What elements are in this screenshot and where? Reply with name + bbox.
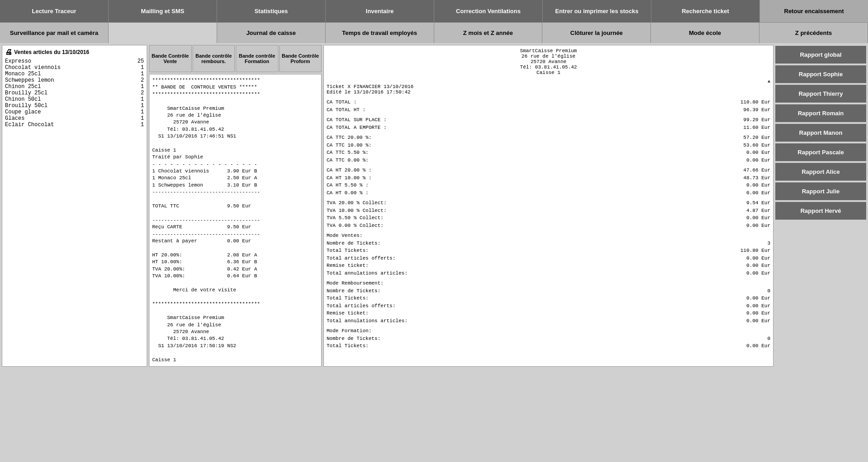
z-line-label: Mode Remboursement: bbox=[327, 280, 734, 287]
second-nav-item-4[interactable]: Z mois et Z année bbox=[434, 23, 543, 43]
item-name: Schweppes lemon bbox=[5, 77, 130, 84]
z-line-label: CA TTC 5.50 %: bbox=[327, 149, 734, 157]
receipt-area[interactable]: ************************************** B… bbox=[149, 74, 322, 367]
z-line-value: 57.20 Eur bbox=[734, 134, 770, 142]
z-ticket-line: CA HT 20.00 % :47.66 Eur bbox=[327, 167, 770, 174]
bande-btn-0[interactable]: Bande Contrôle Vente bbox=[149, 45, 192, 72]
z-line-label: Total annulations articles: bbox=[327, 270, 734, 277]
rapport-pascale-button[interactable]: Rapport Pascale bbox=[775, 143, 866, 161]
z-line-label: Total Tickets: bbox=[327, 295, 734, 302]
z-line-label: CA TOTAL SUR PLACE : bbox=[327, 116, 734, 124]
receipt-line: Reçu CARTE 9.50 Eur bbox=[152, 224, 318, 231]
z-header-line: 26 rue de l'église bbox=[327, 54, 770, 59]
bande-btn-2[interactable]: Bande contrôle Formation bbox=[236, 45, 278, 72]
receipt-line bbox=[152, 98, 318, 105]
receipt-line: HT 10.00%: 6.36 Eur B bbox=[152, 259, 318, 265]
z-ticket-panel[interactable]: SmartCaisse Premium26 rue de l'église257… bbox=[323, 45, 774, 367]
item-name: Brouilly 25cl bbox=[5, 90, 130, 96]
z-line-value: 0.00 Eur bbox=[734, 189, 770, 197]
z-line-label: CA HT 10.00 % : bbox=[327, 174, 734, 182]
top-nav-item-2[interactable]: Statistiques bbox=[217, 0, 326, 23]
rapport-global-button[interactable]: Rapport global bbox=[775, 46, 866, 64]
z-line-label: Total Tickets: bbox=[327, 247, 734, 255]
receipt-line: Tél: 03.81.41.05.42 bbox=[152, 126, 318, 133]
z-line-label: CA TOTAL : bbox=[327, 98, 734, 106]
item-name: Monaco 25cl bbox=[5, 71, 130, 77]
z-line-value bbox=[734, 280, 770, 287]
z-line-label: Nombre de Tickets: bbox=[327, 240, 734, 247]
z-line-value: 0 bbox=[734, 287, 770, 295]
rapport-julie-button[interactable]: Rapport Julie bbox=[775, 182, 866, 200]
second-nav-item-0[interactable]: Surveillance par mail et caméra bbox=[0, 23, 109, 43]
z-line-label: Total Tickets: bbox=[327, 342, 734, 350]
item-name: Chinon 50cl bbox=[5, 96, 130, 103]
sales-item: Schweppes lemon2 bbox=[5, 77, 144, 84]
top-nav-item-6[interactable]: Recherche ticket bbox=[651, 0, 760, 23]
second-nav-item-2[interactable]: Journal de caisse bbox=[217, 23, 326, 43]
item-qty: 25 bbox=[130, 58, 144, 64]
second-nav-item-3[interactable]: Temps de travail employés bbox=[326, 23, 434, 43]
second-nav-item-6[interactable]: Mode école bbox=[651, 23, 759, 43]
rapport-herve-button[interactable]: Rapport Hervé bbox=[775, 202, 866, 220]
receipt-line: TOTAL TTC 9.50 Eur bbox=[152, 203, 318, 210]
item-qty: 1 bbox=[130, 122, 144, 128]
z-line-value: 47.66 Eur bbox=[734, 167, 770, 174]
z-line-label: TVA 10.00 % Collect: bbox=[327, 207, 734, 215]
z-ticket-line: CA TTC 5.50 %:0.00 Eur bbox=[327, 149, 770, 157]
receipt-line: SmartCaisse Premium bbox=[152, 315, 318, 321]
z-ticket-line: CA TTC 0.00 %:0.00 Eur bbox=[327, 157, 770, 164]
z-line-value: 0.00 Eur bbox=[734, 310, 770, 317]
item-qty: 1 bbox=[130, 109, 144, 115]
top-nav-item-3[interactable]: Inventaire bbox=[326, 0, 434, 23]
second-nav-item-5[interactable]: Clôturer la journée bbox=[542, 23, 651, 43]
z-line-label: CA TOTAL HT : bbox=[327, 106, 734, 114]
rapport-thierry-button[interactable]: Rapport Thierry bbox=[775, 85, 866, 103]
bande-controls: Bande Contrôle VenteBande contrôle rembo… bbox=[149, 45, 322, 72]
second-nav-item-1 bbox=[109, 23, 217, 43]
item-name: Expresso bbox=[5, 58, 130, 64]
item-qty: 1 bbox=[130, 84, 144, 90]
bande-btn-1[interactable]: Bande contrôle rembours. bbox=[193, 45, 235, 72]
rapport-romain-button[interactable]: Rapport Romain bbox=[775, 104, 866, 122]
receipt-line: TVA 20.00%: 0.42 Eur A bbox=[152, 266, 318, 273]
receipt-line: 25720 Avanne bbox=[152, 329, 318, 335]
z-ticket-line: Remise ticket:0.00 Eur bbox=[327, 310, 770, 317]
z-header-line: Tél: 03.81.41.05.42 bbox=[327, 64, 770, 70]
receipt-line bbox=[152, 349, 318, 356]
top-nav-item-1[interactable]: Mailling et SMS bbox=[109, 0, 217, 23]
bande-btn-3[interactable]: Bande Contrôle Proform bbox=[279, 45, 322, 72]
receipt-line bbox=[152, 210, 318, 216]
z-ticket-line: TVA 5.50 % Collect:0.00 Eur bbox=[327, 214, 770, 222]
z-ticket-line: Mode Ventes: bbox=[327, 232, 770, 240]
rapport-alice-button[interactable]: Rapport Alice bbox=[775, 163, 866, 181]
top-nav-item-4[interactable]: Correction Ventilations bbox=[434, 0, 543, 23]
z-ticket-line: Remise ticket:0.00 Eur bbox=[327, 262, 770, 270]
z-line-label: Remise ticket: bbox=[327, 262, 734, 270]
z-line-value: 110.80 Eur bbox=[734, 247, 770, 255]
sales-item: Expresso25 bbox=[5, 58, 144, 64]
z-line-label: Mode Formation: bbox=[327, 327, 734, 335]
z-ticket-line: Nombre de Tickets:0 bbox=[327, 287, 770, 295]
z-line-label: TVA 0.00 % Collect: bbox=[327, 222, 734, 230]
rapport-sophie-button[interactable]: Rapport Sophie bbox=[775, 65, 866, 83]
top-nav-item-0[interactable]: Lecture Traceur bbox=[0, 0, 109, 23]
top-nav-item-5[interactable]: Entrer ou imprimer les stocks bbox=[543, 0, 651, 23]
z-line-label: CA HT 5.50 % : bbox=[327, 182, 734, 189]
item-name: Brouilly 50cl bbox=[5, 103, 130, 109]
z-line-value: 9.54 Eur bbox=[734, 199, 770, 207]
z-line-value: 0.00 Eur bbox=[734, 214, 770, 222]
rapport-manon-button[interactable]: Rapport Manon bbox=[775, 124, 866, 142]
sales-item: Brouilly 25cl2 bbox=[5, 90, 144, 96]
z-line-value bbox=[734, 232, 770, 240]
top-nav-item-7[interactable]: Retour encaissement bbox=[760, 0, 868, 23]
z-ticket-line: CA HT 5.50 % :0.00 Eur bbox=[327, 182, 770, 189]
z-ticket-line: Nombre de Tickets:0 bbox=[327, 335, 770, 343]
receipt-line: 26 rue de l'église bbox=[152, 322, 318, 329]
item-name: Chocolat viennois bbox=[5, 64, 130, 71]
z-header-line: 25720 Avanne bbox=[327, 59, 770, 64]
rapport-buttons-panel: Rapport globalRapport SophieRapport Thie… bbox=[775, 45, 866, 367]
z-line-value: 0.00 Eur bbox=[734, 317, 770, 325]
receipt-line: Caisse 1 bbox=[152, 147, 318, 154]
second-nav-item-7[interactable]: Z précédents bbox=[759, 23, 868, 43]
z-ticket-header: SmartCaisse Premium26 rue de l'église257… bbox=[327, 48, 770, 350]
